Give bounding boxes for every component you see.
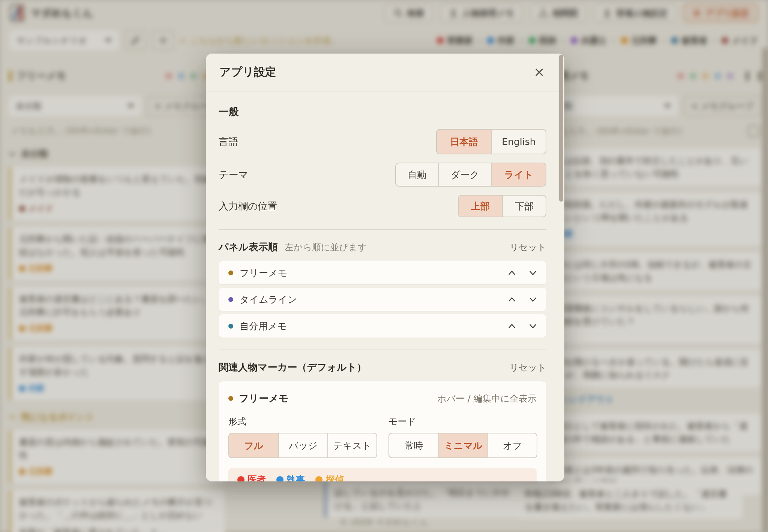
panel-order-reset-button[interactable]: リセット [510, 241, 546, 253]
character-chip[interactable]: メイド [722, 35, 758, 46]
memo-card-text: 弁護士として被害者に招待された。被害者から「遺言書の件で相談がある」と事前に連絡… [548, 420, 754, 445]
memo-card[interactable]: 元刑事から聞いた話：凶器のペーパーナイフに指紋はなかった。犯人は手袋を使った可能… [9, 227, 225, 281]
memo-card[interactable]: 話しているのを見かけた。「明日までに片付ける」と話していたと [324, 480, 521, 518]
add-scenario-button[interactable] [152, 30, 174, 51]
memo-card[interactable]: 作家が何か隠している印象。質問すると話を逸らす場面が多かった 作家 [9, 347, 225, 400]
format-option-text[interactable]: テキスト [327, 433, 376, 457]
nav-relationship-chart-button[interactable]: 相関図 [530, 4, 587, 22]
input-position-option-bottom[interactable]: 下部 [502, 196, 546, 217]
language-option-english[interactable]: English [491, 130, 546, 154]
group-header-points[interactable]: 気になるポイント [9, 411, 225, 423]
memo-card[interactable]: ほぼ初対面。ただし、作家の最新作のモデルが医者らしいという噂を聞いたことがある … [540, 192, 761, 246]
character-filter-dot[interactable] [190, 73, 197, 79]
search-icon [394, 9, 403, 18]
memo-input[interactable]: メモを入力... (Shift+Enter で改行) [10, 125, 223, 137]
nav-search-button[interactable]: 検索 [385, 4, 433, 22]
language-option-japanese[interactable]: 日本語 [437, 130, 491, 154]
character-dot-icon [276, 476, 284, 482]
memo-card[interactable]: 昨晩22時頃、被害者と二人きりで話した。「遺言書を書き換えたい。実業家には洩らし… [518, 481, 742, 519]
chevron-down-icon [9, 152, 16, 156]
memo-card[interactable]: 二人は以前、別の案件で対立したことがあり、互いのことを快く思っていない可能性 [540, 148, 761, 186]
plus-icon [159, 36, 168, 45]
memo-card[interactable]: メイドが掃除の順番をいつもと変えていた。些細だが引っかかる メイド [9, 167, 225, 221]
chevron-down-icon[interactable] [529, 297, 537, 302]
chevron-up-icon[interactable] [508, 270, 516, 275]
mode-option-off[interactable]: オフ [488, 433, 537, 457]
character-chip[interactable]: 医師 [529, 35, 556, 46]
chevron-up-icon[interactable] [508, 297, 516, 302]
character-chip[interactable]: 元刑事 [621, 35, 657, 46]
scenario-bar: サンプルシナリオ ← こちらから新しいセッションを作成.. 実業家 › 作家 ›… [10, 30, 758, 51]
panel-order-row-personal-memo[interactable]: 自分用メモ [219, 314, 546, 338]
character-filter-dot[interactable] [677, 73, 684, 79]
panel-order-title: パネル表示順 [219, 241, 278, 254]
input-position-label: 入力欄の位置 [219, 200, 278, 213]
theme-option-light[interactable]: ライト [491, 163, 546, 186]
group-header-uncategorized[interactable]: 未分類 [9, 148, 225, 160]
character-dot-icon [19, 266, 25, 272]
scenario-select-value: サンプルシナリオ [16, 35, 87, 46]
character-filter-dot[interactable] [702, 73, 709, 79]
panel-menu-icon[interactable] [758, 71, 761, 81]
theme-option-dark[interactable]: ダーク [438, 163, 491, 186]
close-button[interactable] [531, 64, 547, 80]
panel-menu-icon[interactable] [746, 71, 749, 81]
panel-order-subtitle: 左から順に並びます [285, 241, 367, 253]
character-filter-dot[interactable] [690, 73, 696, 79]
character-chip[interactable]: 作家 [487, 35, 514, 46]
mode-label: モード [388, 415, 537, 427]
character-tag[interactable]: 作家 [19, 382, 45, 395]
memo-card[interactable]: 医師とは同じ大学のOB。信頼できるが、被害者の主治医という立場は気になる [540, 252, 761, 290]
panel-dot-icon [228, 324, 233, 329]
mode-option-minimal[interactable]: ミニマル [438, 433, 488, 457]
nav-app-settings-button[interactable]: アプリ設定 [683, 4, 758, 22]
character-tag[interactable]: 元刑事 [19, 322, 53, 335]
character-tag[interactable]: 元刑事 [19, 465, 53, 478]
chevron-down-icon[interactable] [529, 270, 537, 275]
character-filter-dot[interactable] [165, 73, 172, 79]
panel-order-row-timeline[interactable]: タイムライン [219, 288, 546, 311]
chevron-down-icon[interactable] [529, 324, 537, 329]
nav-character-memo-button[interactable]: 人物推理メモ [440, 4, 523, 22]
scenario-select[interactable]: サンプルシナリオ [10, 30, 118, 51]
person-icon [449, 9, 458, 18]
character-chip[interactable]: 実業家 [437, 35, 473, 46]
character-tag[interactable]: 元刑事 [19, 262, 53, 275]
memo-card[interactable]: 弁護士として被害者に招待された。被害者から「遺言書の件で相談がある」と事前に連絡… [540, 414, 761, 451]
character-tag-label: 元刑事 [28, 465, 53, 478]
memo-card-tags: 元刑事 [19, 465, 217, 478]
character-chip[interactable]: 弁護士 [571, 35, 607, 46]
marker-preview-item: 執事 [276, 474, 305, 481]
panel-order-row-free-memo[interactable]: フリーメモ [219, 261, 546, 284]
top-bar: マダめもくん 検索 人物推理メモ 相関図 登場人物設定 アプリ設定 [0, 0, 768, 26]
handout-link[interactable]: 〜のハンドアウト [541, 393, 760, 405]
memo-card[interactable]: 書斎の窓は内側から施錠されていた。密室の可能性 元刑事 [9, 430, 225, 484]
chevron-up-icon[interactable] [508, 324, 516, 329]
character-dot-icon [19, 386, 25, 392]
character-filter-dot[interactable] [714, 73, 721, 79]
nav-character-settings-button[interactable]: 登場人物設定 [594, 4, 676, 22]
language-toggle: 日本語 English [436, 129, 546, 154]
character-chip[interactable]: 被害者 [671, 35, 707, 46]
memo-input[interactable]: メモを入力... (Shift+Enter で改行) [542, 125, 760, 137]
theme-option-auto[interactable]: 自動 [396, 163, 438, 186]
modal-scrollbar[interactable] [559, 55, 563, 202]
mode-option-always[interactable]: 常時 [389, 433, 438, 457]
markers-reset-button[interactable]: リセット [510, 362, 546, 374]
character-filter-dot[interactable] [178, 73, 184, 79]
input-position-option-top[interactable]: 上部 [459, 196, 502, 217]
memo-card[interactable]: 被害者の遺言書はどこにある？書斎を調べたい。元刑事に許可をもらう必要あり 元刑事 [9, 287, 225, 341]
format-option-full[interactable]: フル [229, 433, 278, 457]
memo-group-select[interactable]: 未分類 [9, 96, 141, 116]
format-option-badge[interactable]: バッジ [278, 433, 327, 457]
add-memo-group-button[interactable]: + メモグループ [684, 96, 761, 116]
marker-hint: ホバー / 編集中に全表示 [437, 393, 537, 405]
memo-card-tags: 元刑事 [19, 262, 217, 275]
character-filter-dot[interactable] [727, 73, 734, 79]
edit-scenario-button[interactable] [124, 30, 146, 51]
memo-card[interactable]: 中身を開けるべきか迷っている。開けたら達成に近づくが、周囲に知られるリスク [540, 350, 761, 387]
footer-copyright: © 2026 マダめもくん [0, 516, 768, 528]
character-tag[interactable]: メイド [19, 202, 54, 215]
collapse-icon[interactable] [748, 125, 760, 137]
memo-card[interactable]: 警察退職後にコンサルをしているらしい。誰から何か依頼を受けていた？ [540, 296, 761, 344]
